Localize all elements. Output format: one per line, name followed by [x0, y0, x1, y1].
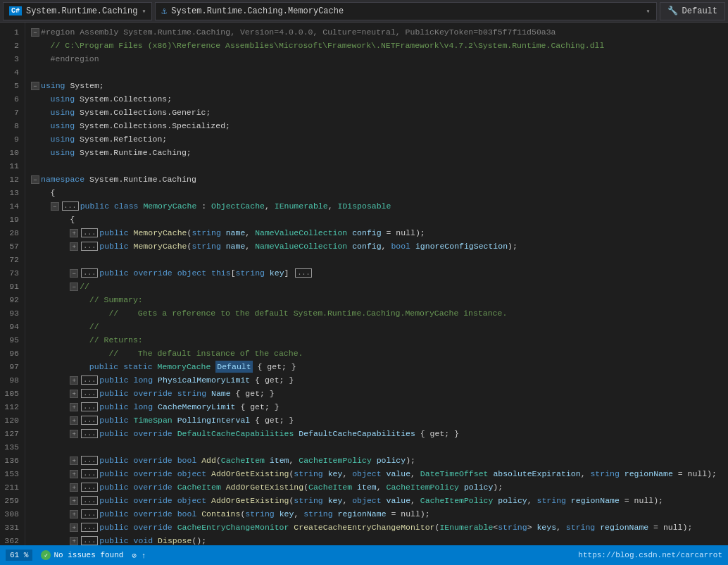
status-bar-left: 61 % ✓ No issues found ⊘ ↑: [6, 550, 146, 561]
code-line-112: + ... public long CacheMemoryLimit { get…: [31, 400, 728, 414]
collapse-91[interactable]: −: [70, 282, 78, 291]
collapse-259[interactable]: +: [70, 497, 78, 505]
code-line-92: // Summary:: [31, 293, 728, 306]
url-label: https://blog.csdn.net/carcarrot: [578, 551, 722, 559]
check-icon: ✓: [41, 550, 51, 560]
code-line-1: − #region Assembly System.Runtime.Cachin…: [31, 25, 728, 39]
collapse-127[interactable]: +: [70, 430, 78, 438]
collapse-153[interactable]: +: [70, 470, 78, 478]
collapse-14[interactable]: −: [51, 202, 59, 211]
mid-dropdown-arrow: ▾: [646, 7, 651, 15]
status-bar: 61 % ✓ No issues found ⊘ ↑ https://blog.…: [0, 545, 728, 565]
code-line-127: + ... public override DefaultCacheCapabi…: [31, 427, 728, 440]
mid-dropdown-label: System.Runtime.Caching.MemoryCache: [171, 6, 344, 16]
code-line-98: + ... public long PhysicalMemoryLimit { …: [31, 373, 728, 387]
csharp-icon: C#: [9, 6, 22, 15]
left-dropdown-arrow: ▾: [142, 7, 146, 15]
code-line-13: {: [31, 186, 728, 199]
no-issues-label: No issues found: [54, 551, 123, 559]
code-line-135: [31, 440, 728, 454]
code-line-105: + ... public override string Name { get;…: [31, 387, 728, 400]
collapse-98[interactable]: +: [70, 376, 78, 385]
code-line-91: − //: [31, 280, 728, 293]
code-line-9: using System.Reflection;: [31, 132, 728, 146]
code-line-12: − namespace System.Runtime.Caching: [31, 173, 728, 186]
collapse-1[interactable]: −: [31, 28, 39, 37]
code-line-211: + ... public override CacheItem AddOrGet…: [31, 480, 728, 494]
code-line-94: //: [31, 320, 728, 333]
code-area: 1 2 3 4 5 6 7 8 9 10 11 12 13 14 19 28 5…: [0, 23, 728, 545]
collapse-57[interactable]: +: [70, 242, 78, 251]
code-line-11: [31, 159, 728, 173]
code-line-10: using System.Runtime.Caching;: [31, 146, 728, 159]
git-icon: ⊘ ↑: [132, 551, 146, 560]
code-line-73: − ... public override object this[string…: [31, 266, 728, 280]
right-dropdown[interactable]: 🔧 Default: [660, 2, 725, 20]
top-bar: C# System.Runtime.Caching ▾ ⚓ System.Run…: [0, 0, 728, 23]
collapse-112[interactable]: +: [70, 403, 78, 411]
code-line-3: #endregion: [31, 52, 728, 66]
code-line-120: + ... public TimeSpan PollingInterval { …: [31, 414, 728, 427]
code-line-308: + ... public override bool Contains(stri…: [31, 507, 728, 521]
right-dropdown-label: Default: [682, 6, 717, 16]
wrench-icon: 🔧: [667, 6, 678, 16]
code-line-28: + ... public MemoryCache(string name, Na…: [31, 226, 728, 240]
code-line-72: [31, 253, 728, 266]
collapse-136[interactable]: +: [70, 457, 78, 465]
code-line-259: + ... public override object AddOrGetExi…: [31, 494, 728, 507]
line-numbers: 1 2 3 4 5 6 7 8 9 10 11 12 13 14 19 28 5…: [0, 23, 25, 545]
collapse-5[interactable]: −: [31, 82, 39, 90]
code-line-95: // Returns:: [31, 333, 728, 347]
collapse-331[interactable]: +: [70, 523, 78, 532]
code-line-4: [31, 66, 728, 79]
code-line-7: using System.Collections.Generic;: [31, 106, 728, 119]
code-line-331: + ... public override CacheEntryChangeMo…: [31, 521, 728, 534]
code-line-5: − using System;: [31, 79, 728, 92]
cache-icon: ⚓: [161, 6, 167, 17]
left-dropdown[interactable]: C# System.Runtime.Caching ▾: [3, 2, 152, 20]
code-line-136: + ... public override bool Add(CacheItem…: [31, 454, 728, 467]
collapse-211[interactable]: +: [70, 483, 78, 492]
code-content[interactable]: − #region Assembly System.Runtime.Cachin…: [25, 23, 728, 545]
no-issues-indicator: ✓ No issues found: [41, 550, 123, 560]
code-line-8: using System.Collections.Specialized;: [31, 119, 728, 132]
collapse-105[interactable]: +: [70, 390, 78, 398]
collapse-28[interactable]: +: [70, 229, 78, 237]
code-line-153: + ... public override object AddOrGetExi…: [31, 467, 728, 480]
zoom-level[interactable]: 61 %: [6, 550, 32, 561]
collapse-73[interactable]: −: [70, 269, 78, 278]
collapse-308[interactable]: +: [70, 510, 78, 519]
collapse-120[interactable]: +: [70, 416, 78, 425]
code-line-2: // C:\Program Files (x86)\Reference Asse…: [31, 39, 728, 52]
code-line-97: public static MemoryCache Default { get;…: [31, 360, 728, 373]
mid-dropdown[interactable]: ⚓ System.Runtime.Caching.MemoryCache ▾: [155, 2, 656, 20]
code-line-19: {: [31, 213, 728, 226]
collapse-12[interactable]: −: [31, 175, 39, 184]
status-bar-right: https://blog.csdn.net/carcarrot: [578, 551, 722, 559]
code-line-362: + ... public void Dispose();: [31, 534, 728, 545]
code-line-6: using System.Collections;: [31, 92, 728, 106]
code-line-96: // The default instance of the cache.: [31, 347, 728, 360]
code-line-93: // Gets a reference to the default Syste…: [31, 306, 728, 320]
code-line-57: + ... public MemoryCache(string name, Na…: [31, 240, 728, 253]
left-dropdown-label: System.Runtime.Caching: [26, 6, 137, 16]
collapse-362[interactable]: +: [70, 537, 78, 545]
code-line-14: − ... public class MemoryCache : ObjectC…: [31, 199, 728, 213]
